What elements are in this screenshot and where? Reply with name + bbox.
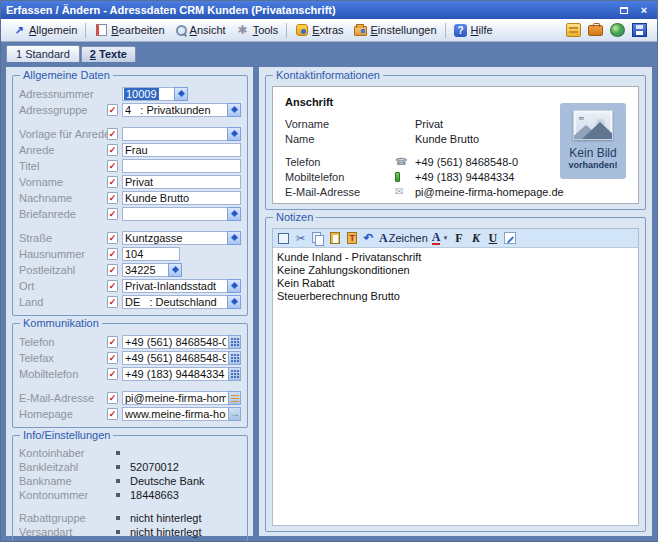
edit-check-icon[interactable]: ✓	[107, 368, 118, 380]
edit-check-icon[interactable]: ✓	[107, 392, 118, 404]
edit-note-button[interactable]	[503, 231, 516, 246]
menu-tools[interactable]: ✱ Tools	[231, 22, 284, 39]
dropdown-button[interactable]	[227, 207, 241, 221]
edit-check-icon[interactable]: ✓	[107, 192, 118, 204]
dial-button[interactable]	[228, 335, 241, 349]
menu-einstellungen[interactable]: Einstellungen	[349, 22, 442, 39]
field-row-adressnummer: Adressnummer 10009	[19, 86, 241, 101]
right-panel: Kontaktinformationen Anschrift Vorname P…	[259, 67, 652, 536]
dial-button[interactable]	[228, 351, 241, 365]
edit-check-icon[interactable]: ✓	[107, 144, 118, 156]
menu-separator	[445, 23, 446, 38]
telefax-input[interactable]	[122, 351, 228, 365]
caret-down-icon: ▼	[442, 235, 448, 241]
vorlage-input[interactable]	[122, 127, 227, 141]
cut-button[interactable]: ✂	[294, 231, 307, 246]
dial-button[interactable]	[228, 367, 241, 381]
homepage-input[interactable]	[122, 407, 228, 421]
dropdown-button[interactable]	[227, 103, 241, 117]
field-row-telefon: Telefon ✓	[19, 334, 241, 349]
tab-texte[interactable]: 2 Texte	[81, 46, 136, 62]
anrede-input[interactable]	[122, 143, 241, 157]
edit-check-icon[interactable]: ✓	[107, 104, 118, 116]
field-row-plz: Postleitzahl ✓	[19, 262, 241, 277]
title-bar[interactable]: Erfassen / Ändern - Adressdaten CRM Kund…	[1, 1, 657, 19]
info-row: Rabattgruppe nicht hinterlegt	[19, 511, 241, 525]
menu-allgemein[interactable]: ↗ Allgemein	[7, 22, 82, 39]
info-row: Kontoinhaber	[19, 446, 241, 460]
edit-check-icon[interactable]: ✓	[107, 160, 118, 172]
restore-button[interactable]	[616, 4, 632, 17]
menu-ansicht[interactable]: Ansicht	[170, 22, 231, 38]
address-card-icon[interactable]	[566, 23, 581, 37]
tab-standard[interactable]: 1 Standard	[6, 45, 80, 62]
settings-folder-icon	[354, 26, 367, 36]
vorname-input[interactable]	[122, 175, 241, 189]
edit-check-icon[interactable]: ✓	[107, 280, 118, 292]
paste-text-button[interactable]	[345, 231, 358, 246]
plz-input[interactable]	[122, 263, 168, 277]
email-input[interactable]	[122, 391, 228, 405]
edit-check-icon[interactable]: ✓	[107, 296, 118, 308]
spin-button[interactable]	[174, 87, 188, 101]
dropdown-button[interactable]	[227, 295, 241, 309]
titel-input[interactable]	[122, 159, 241, 173]
font-color-button[interactable]: A ▼	[432, 231, 449, 246]
edit-check-icon[interactable]: ✓	[107, 336, 118, 348]
land-input[interactable]	[122, 295, 227, 309]
undo-button[interactable]: ↶	[362, 231, 375, 246]
close-button[interactable]: ×	[636, 4, 652, 17]
dropdown-button[interactable]	[227, 127, 241, 141]
mobiltelefon-input[interactable]	[122, 367, 228, 381]
edit-check-icon[interactable]: ✓	[107, 232, 118, 244]
paste-button[interactable]	[328, 231, 341, 246]
telefon-input[interactable]	[122, 335, 228, 349]
character-dialog-button[interactable]: A Zeichen	[379, 231, 428, 246]
group-title: Info/Einstellungen	[20, 429, 113, 441]
dropdown-button[interactable]	[227, 279, 241, 293]
no-photo-placeholder[interactable]: ϖ Kein Bild vorhanden!	[560, 103, 626, 179]
field-label: Titel	[19, 160, 107, 172]
spin-button[interactable]	[168, 263, 182, 277]
ort-input[interactable]	[122, 279, 227, 293]
save-icon[interactable]	[632, 23, 647, 37]
gear-icon: ✱	[236, 24, 250, 37]
edit-check-icon[interactable]: ✓	[107, 264, 118, 276]
bold-button[interactable]: F	[452, 231, 465, 246]
underline-button[interactable]: U	[486, 231, 499, 246]
briefanrede-input[interactable]	[122, 207, 227, 221]
open-homepage-button[interactable]: →	[228, 407, 241, 421]
zeichen-label: Zeichen	[389, 232, 428, 244]
compose-email-button[interactable]	[228, 391, 241, 405]
strasse-input[interactable]	[122, 231, 227, 245]
notes-text[interactable]: Kunde Inland - Privatanschrift Keine Zah…	[273, 248, 638, 306]
phone-icon: ☎	[395, 156, 407, 167]
edit-check-icon[interactable]: ✓	[107, 352, 118, 364]
menu-extras[interactable]: Extras	[290, 22, 348, 39]
menu-tools-label: Tools	[253, 24, 279, 36]
scissors-icon: ✂	[296, 232, 305, 245]
nachname-input[interactable]	[122, 191, 241, 205]
edit-check-icon[interactable]: ✓	[107, 408, 118, 420]
info-value: nicht hinterlegt	[130, 512, 202, 524]
letter-a-icon: A	[379, 231, 388, 246]
maximize-note-button[interactable]	[277, 231, 290, 246]
edit-check-icon[interactable]: ✓	[107, 208, 118, 220]
hausnummer-input[interactable]	[122, 247, 180, 261]
menu-hilfe[interactable]: ? Hilfe	[449, 22, 498, 39]
adressnummer-input[interactable]: 10009	[122, 87, 174, 101]
field-label: Telefon	[19, 336, 107, 348]
picture-icon: ϖ	[573, 110, 613, 140]
copy-button[interactable]	[311, 231, 324, 246]
briefcase-icon[interactable]	[588, 25, 603, 36]
menu-bearbeiten[interactable]: Bearbeiten	[89, 22, 169, 39]
italic-button[interactable]: K	[469, 231, 482, 246]
dropdown-button[interactable]	[227, 231, 241, 245]
ort-combo	[122, 279, 241, 293]
edit-check-icon[interactable]: ✓	[107, 128, 118, 140]
edit-check-icon[interactable]: ✓	[107, 248, 118, 260]
adressgruppe-input[interactable]	[122, 103, 227, 117]
field-label: Anrede	[19, 144, 107, 156]
edit-check-icon[interactable]: ✓	[107, 176, 118, 188]
globe-icon[interactable]	[610, 23, 625, 37]
